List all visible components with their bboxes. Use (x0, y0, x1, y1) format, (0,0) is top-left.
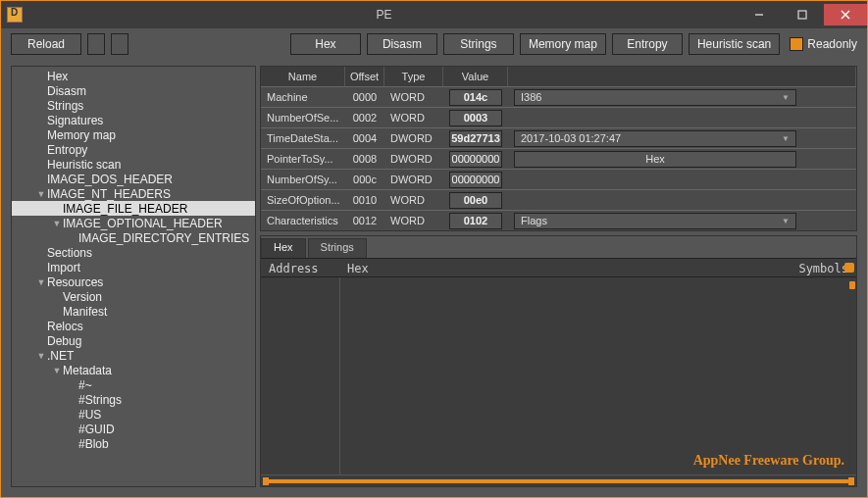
tree-label: Metadata (63, 364, 112, 377)
col-value[interactable]: Value (443, 67, 508, 86)
value-button[interactable]: 00000000 (449, 151, 502, 168)
tree-node[interactable]: Manifest (12, 304, 255, 319)
entropy-button[interactable]: Entropy (612, 33, 683, 55)
chevron-down-icon: ▼ (782, 93, 790, 102)
cell-extra: Hex (508, 149, 856, 169)
value-button[interactable]: 014c (449, 89, 502, 106)
tree-panel: HexDisasmStringsSignaturesMemory mapEntr… (11, 66, 256, 487)
tree-node[interactable]: ▼Resources (12, 274, 255, 289)
tree-node[interactable]: #Strings (12, 392, 255, 407)
hex-tab-hex[interactable]: Hex (261, 238, 306, 258)
content-area: HexDisasmStringsSignaturesMemory mapEntr… (1, 60, 867, 497)
tree-node[interactable]: Debug (12, 333, 255, 348)
chevron-down-icon: ▼ (782, 217, 790, 225)
app-window: PE Reload Hex Disasm Strings Memory map … (0, 0, 868, 498)
tree-node[interactable]: Import (12, 260, 255, 274)
memorymap-button[interactable]: Memory map (520, 33, 606, 55)
vscroll-thumb[interactable] (849, 281, 855, 289)
col-offset[interactable]: Offset (345, 67, 384, 86)
value-button[interactable]: 0102 (449, 213, 502, 229)
tree-node[interactable]: #GUID (12, 422, 255, 436)
app-icon (7, 7, 23, 23)
tree-label: Signatures (47, 114, 103, 127)
tree-node[interactable]: Memory map (12, 127, 255, 142)
cell-value: 59d27713 (443, 128, 508, 148)
datetime-field[interactable]: 2017-10-03 01:27:47▼ (514, 130, 796, 147)
strings-button[interactable]: Strings (443, 33, 514, 55)
value-button[interactable]: 00e0 (449, 192, 502, 209)
tree-node[interactable]: Relocs (12, 319, 255, 333)
tree-node[interactable]: IMAGE_DIRECTORY_ENTRIES (12, 230, 255, 245)
cell-offset: 000c (345, 170, 384, 189)
tree-node[interactable]: IMAGE_DOS_HEADER (12, 172, 255, 186)
field-grid: Name Offset Type Value Machine0000WORD01… (260, 66, 857, 231)
cell-value: 014c (443, 87, 508, 107)
tree-label: Debug (47, 334, 81, 348)
close-button[interactable] (824, 4, 867, 25)
tree-label: Entropy (47, 143, 87, 157)
heuristic-button[interactable]: Heuristic scan (689, 33, 780, 55)
col-name[interactable]: Name (261, 67, 345, 86)
tree-node[interactable]: #~ (12, 377, 255, 392)
cell-name: NumberOfSy... (261, 170, 345, 189)
tree-node[interactable]: #US (12, 407, 255, 422)
readonly-toggle[interactable]: Readonly (790, 37, 857, 51)
tree-node[interactable]: Entropy (12, 142, 255, 157)
cell-name: PointerToSy... (261, 149, 345, 169)
reload-button[interactable]: Reload (11, 33, 81, 55)
tree-node[interactable]: Disasm (12, 83, 255, 98)
hscrollbar[interactable] (261, 474, 856, 486)
tree-label: IMAGE_DOS_HEADER (47, 173, 173, 186)
tree-label: Relocs (47, 320, 83, 333)
value-button[interactable]: 59d27713 (449, 130, 502, 147)
tree-node[interactable]: Heuristic scan (12, 157, 255, 172)
tree-label: IMAGE_FILE_HEADER (63, 202, 187, 216)
value-button[interactable]: 0003 (449, 110, 502, 126)
cell-offset: 0002 (345, 108, 384, 127)
tree-label: #Blob (78, 437, 109, 451)
cell-extra: 2017-10-03 01:27:47▼ (508, 128, 856, 148)
tree-label: Version (63, 290, 102, 304)
col-type[interactable]: Type (384, 67, 443, 86)
cell-value: 0102 (443, 211, 508, 230)
tree-node[interactable]: Strings (12, 98, 255, 113)
tree-node[interactable]: #Blob (12, 436, 255, 451)
tree-node[interactable]: IMAGE_FILE_HEADER (12, 201, 255, 216)
cell-offset: 0010 (345, 190, 384, 210)
tree-node[interactable]: ▼IMAGE_OPTIONAL_HEADER (12, 216, 255, 230)
chevron-down-icon: ▼ (51, 366, 63, 375)
cell-value: 00e0 (443, 190, 508, 210)
cell-extra: Flags▼ (508, 211, 856, 230)
cell-type: WORD (384, 87, 443, 107)
value-button[interactable]: 00000000 (449, 172, 502, 188)
tree-label: Manifest (63, 305, 107, 319)
cell-extra (508, 190, 856, 210)
tool-slot-1[interactable] (87, 33, 105, 55)
hex-tab-strings[interactable]: Strings (308, 238, 367, 258)
tree-node[interactable]: ▼.NET (12, 348, 255, 363)
dropdown-select[interactable]: Flags▼ (514, 213, 796, 229)
right-panel: Name Offset Type Value Machine0000WORD01… (260, 66, 857, 487)
cell-value: 0003 (443, 108, 508, 127)
tree-node[interactable]: Hex (12, 69, 255, 83)
tree-node[interactable]: Version (12, 289, 255, 304)
dropdown-select[interactable]: I386▼ (514, 89, 796, 106)
grid-row: NumberOfSe...0002WORD0003 (261, 107, 856, 127)
tree-node[interactable]: ▼IMAGE_NT_HEADERS (12, 186, 255, 201)
hex-body[interactable]: AppNee Freeware Group. (261, 277, 856, 474)
cell-type: DWORD (384, 128, 443, 148)
svg-rect-1 (798, 11, 806, 19)
hex-button[interactable]: Hex (290, 33, 361, 55)
hex-action-button[interactable]: Hex (514, 151, 796, 168)
tree-label: Memory map (47, 128, 116, 142)
tree-label: IMAGE_DIRECTORY_ENTRIES (78, 231, 249, 245)
hex-tabs: Hex Strings (261, 236, 856, 258)
disasm-button[interactable]: Disasm (367, 33, 437, 55)
tree-node[interactable]: Signatures (12, 113, 255, 127)
tool-slot-2[interactable] (111, 33, 128, 55)
tree-node[interactable]: Sections (12, 245, 255, 260)
tree-node[interactable]: ▼Metadata (12, 363, 255, 377)
minimize-button[interactable] (738, 4, 781, 25)
cell-name: TimeDateSta... (261, 128, 345, 148)
maximize-button[interactable] (781, 4, 824, 25)
